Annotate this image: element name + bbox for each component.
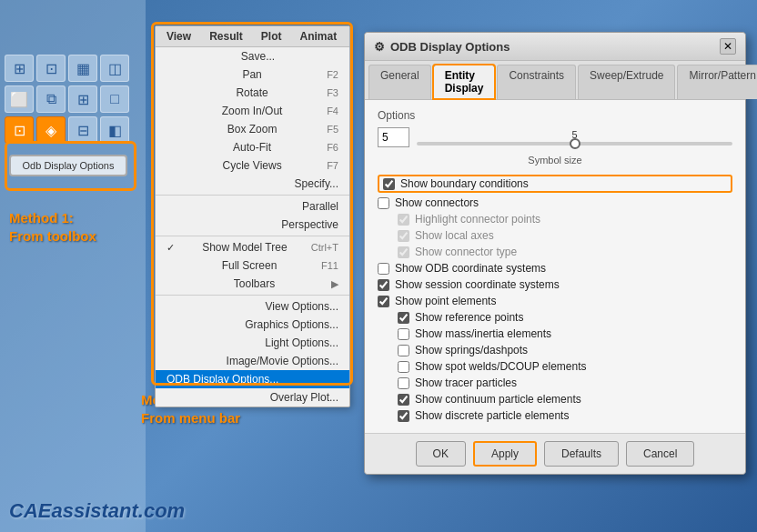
show-spot-welds-checkbox[interactable]	[398, 361, 409, 373]
menu-item-lightoptions[interactable]: Light Options...	[156, 334, 349, 352]
show-odb-coord-checkbox[interactable]	[378, 263, 389, 275]
tab-constraints[interactable]: Constraints	[497, 65, 576, 99]
dialog-title: ODB Display Options	[390, 40, 510, 54]
tool-icon-9[interactable]: ⊡	[5, 116, 34, 144]
show-point-elements-row: Show point elements	[378, 293, 732, 309]
menu-item-showmodeltree[interactable]: Show Model TreeCtrl+T	[156, 238, 349, 256]
icon-row-1: ⊞ ⊡ ▦ ◫	[5, 55, 129, 82]
tab-sweep-extrude[interactable]: Sweep/Extrude	[578, 65, 675, 99]
menu-header-result[interactable]: Result	[206, 28, 247, 45]
menu-item-autofit[interactable]: Auto-FitF6	[156, 138, 349, 156]
show-reference-points-label: Show reference points	[415, 311, 523, 324]
show-session-coord-checkbox[interactable]	[378, 279, 389, 291]
menu-item-imagemovie[interactable]: Image/Movie Options...	[156, 352, 349, 370]
show-boundary-conditions-checkbox[interactable]	[383, 178, 395, 190]
slider-thumb[interactable]	[570, 138, 580, 149]
show-reference-points-checkbox[interactable]	[398, 312, 409, 324]
settings-icon: ⚙	[374, 40, 385, 54]
show-boundary-conditions-row: Show boundary conditions	[378, 175, 732, 193]
tool-icon-12[interactable]: ◧	[100, 116, 129, 144]
show-local-axes-row: Show local axes	[378, 227, 732, 244]
tool-icon-1[interactable]: ⊞	[5, 55, 34, 82]
tab-bar: General Entity Display Constraints Sweep…	[365, 61, 745, 100]
menu-item-toolbars[interactable]: Toolbars▶	[156, 275, 349, 293]
show-odb-coord-row: Show ODB coordinate systems	[378, 260, 732, 276]
show-springs-checkbox[interactable]	[398, 345, 409, 356]
menu-header-view[interactable]: View	[163, 28, 195, 45]
dialog-body: Options 5 Symbol size Show boundary cond…	[365, 100, 745, 433]
menu-header: View Result Plot Animat	[156, 26, 349, 47]
cancel-button[interactable]: Cancel	[626, 441, 694, 467]
slider-value-input[interactable]	[378, 127, 409, 147]
show-connectors-checkbox[interactable]	[378, 197, 389, 209]
menu-header-plot[interactable]: Plot	[257, 28, 286, 45]
menu-item-specify[interactable]: Specify...	[156, 175, 349, 193]
icon-row-3: ⊡ ◈ ⊟ ◧	[5, 116, 129, 144]
show-discrete-label: Show discrete particle elements	[415, 409, 569, 422]
show-connector-type-label: Show connector type	[415, 246, 517, 258]
slider-area: 5	[378, 127, 732, 147]
show-boundary-conditions-label: Show boundary conditions	[400, 177, 529, 190]
tab-general[interactable]: General	[368, 65, 431, 99]
toolbox-icons-area: ⊞ ⊡ ▦ ◫ ⬜ ⧉ ⊞ □ ⊡ ◈ ⊟ ◧	[5, 55, 129, 144]
show-reference-points-row: Show reference points	[378, 309, 732, 326]
show-odb-coord-label: Show ODB coordinate systems	[395, 262, 546, 275]
tab-entity-display[interactable]: Entity Display	[433, 65, 496, 99]
show-tracer-checkbox[interactable]	[398, 377, 409, 389]
menu-item-pan[interactable]: PanF2	[156, 65, 349, 84]
menu-item-graphicsoptions[interactable]: Graphics Options...	[156, 316, 349, 334]
show-connectors-row: Show connectors	[378, 195, 732, 211]
show-spot-welds-label: Show spot welds/DCOUP elements	[415, 360, 587, 373]
tab-mirror-pattern[interactable]: Mirror/Pattern	[677, 65, 757, 99]
menu-item-rotate[interactable]: RotateF3	[156, 84, 349, 102]
show-spot-welds-row: Show spot welds/DCOUP elements	[378, 358, 732, 375]
tool-icon-8[interactable]: □	[100, 85, 129, 113]
tool-icon-6[interactable]: ⧉	[36, 85, 66, 113]
show-mass-inertia-label: Show mass/inertia elements	[415, 327, 551, 340]
menu-item-zoom-inout[interactable]: Zoom In/OutF4	[156, 102, 349, 120]
icon-row-2: ⬜ ⧉ ⊞ □	[5, 85, 129, 113]
method1-label: Method 1: From toolbox	[9, 209, 96, 245]
tool-icon-10[interactable]: ◈	[36, 116, 66, 144]
tool-icon-4[interactable]: ◫	[100, 55, 129, 82]
show-point-elements-checkbox[interactable]	[378, 296, 389, 307]
tool-icon-2[interactable]: ⊡	[36, 55, 66, 82]
dialog-footer: OK Apply Defaults Cancel	[365, 433, 745, 474]
menu-item-save[interactable]: Save...	[156, 47, 349, 65]
menu-item-viewoptions[interactable]: View Options...	[156, 297, 349, 316]
odb-dialog: ⚙ ODB Display Options ✕ General Entity D…	[364, 32, 746, 475]
apply-button[interactable]: Apply	[473, 441, 537, 467]
show-session-coord-row: Show session coordinate systems	[378, 276, 732, 293]
show-connector-type-checkbox	[398, 246, 409, 258]
menu-item-overlayplot[interactable]: Overlay Plot...	[156, 388, 349, 407]
tool-icon-7[interactable]: ⊞	[68, 85, 97, 113]
menu-item-cycleviews[interactable]: Cycle ViewsF7	[156, 156, 349, 175]
slider-track[interactable]	[417, 142, 732, 146]
menu-item-perspective[interactable]: Perspective	[156, 216, 349, 234]
menu-separator-1	[156, 195, 349, 196]
menu-item-fullscreen[interactable]: Full ScreenF11	[156, 256, 349, 275]
show-session-coord-label: Show session coordinate systems	[395, 278, 560, 291]
show-tracer-row: Show tracer particles	[378, 375, 732, 391]
show-continuum-checkbox[interactable]	[398, 394, 409, 406]
dialog-close-button[interactable]: ✕	[720, 38, 736, 55]
show-tracer-label: Show tracer particles	[415, 376, 517, 389]
show-point-elements-label: Show point elements	[395, 295, 496, 307]
show-local-axes-checkbox	[398, 230, 409, 242]
tool-icon-3[interactable]: ▦	[68, 55, 97, 82]
menu-header-animat[interactable]: Animat	[297, 28, 341, 45]
tool-icon-5[interactable]: ⬜	[5, 85, 34, 113]
highlight-connector-points-row: Highlight connector points	[378, 211, 732, 227]
show-discrete-checkbox[interactable]	[398, 410, 409, 422]
menu-item-odbdisplay[interactable]: ODB Display Options...	[156, 370, 349, 388]
toolbox-button[interactable]: Odb Display Options	[9, 155, 127, 176]
show-mass-inertia-checkbox[interactable]	[398, 328, 409, 340]
defaults-button[interactable]: Defaults	[544, 441, 619, 467]
tool-icon-11[interactable]: ⊟	[68, 116, 97, 144]
highlight-connector-points-checkbox	[398, 214, 409, 226]
menu-item-parallel[interactable]: Parallel	[156, 197, 349, 216]
ok-button[interactable]: OK	[416, 441, 466, 467]
show-local-axes-label: Show local axes	[415, 229, 494, 242]
show-springs-row: Show springs/dashpots	[378, 342, 732, 358]
menu-item-boxzoom[interactable]: Box ZoomF5	[156, 120, 349, 138]
